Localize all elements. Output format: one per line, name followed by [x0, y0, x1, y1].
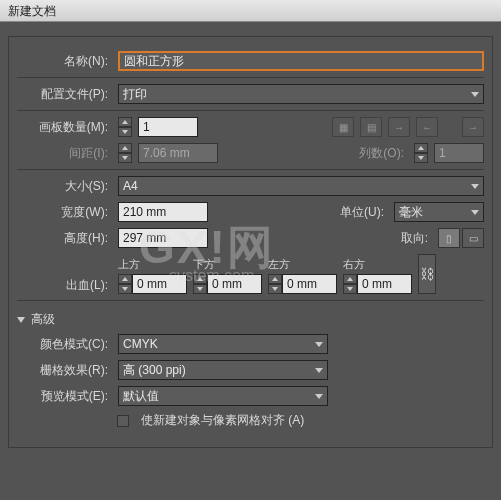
chevron-down-icon [315, 368, 323, 373]
spacing-input [138, 143, 218, 163]
height-input[interactable] [118, 228, 208, 248]
preview-select[interactable]: 默认值 [118, 386, 328, 406]
orientation-group: ▯ ▭ [438, 228, 484, 248]
chevron-down-icon [471, 210, 479, 215]
colormode-select[interactable]: CMYK [118, 334, 328, 354]
bleed-left-label: 左方 [268, 257, 290, 272]
width-input[interactable] [118, 202, 208, 222]
artboards-input[interactable] [138, 117, 198, 137]
bleed-right-input[interactable] [357, 274, 412, 294]
divider [17, 300, 484, 301]
window-title: 新建文档 [8, 4, 56, 18]
grid-col-icon[interactable]: ▤ [360, 117, 382, 137]
profile-label: 配置文件(P): [17, 86, 112, 103]
spacing-stepper[interactable] [118, 143, 132, 163]
bleed-bottom-stepper[interactable] [193, 274, 207, 294]
unit-label: 单位(U): [340, 204, 388, 221]
profile-select[interactable]: 打印 [118, 84, 484, 104]
bleed-right-stepper[interactable] [343, 274, 357, 294]
size-select[interactable]: A4 [118, 176, 484, 196]
divider [17, 110, 484, 111]
main-fieldset: GX!网 system.com 名称(N): 配置文件(P): 打印 画板数量(… [8, 36, 493, 448]
width-label: 宽度(W): [17, 204, 112, 221]
align-label: 使新建对象与像素网格对齐 (A) [141, 412, 304, 429]
bleed-top-stepper[interactable] [118, 274, 132, 294]
artboards-label: 画板数量(M): [17, 119, 112, 136]
columns-label: 列数(O): [359, 145, 408, 162]
preview-label: 预览模式(E): [17, 388, 112, 405]
arrange-right-icon[interactable]: → [388, 117, 410, 137]
orientation-landscape-icon[interactable]: ▭ [462, 228, 484, 248]
name-label: 名称(N): [17, 53, 112, 70]
name-input[interactable] [118, 51, 484, 71]
bleed-bottom-label: 下方 [193, 257, 215, 272]
bleed-left-stepper[interactable] [268, 274, 282, 294]
columns-stepper[interactable] [414, 143, 428, 163]
preview-value: 默认值 [123, 388, 159, 405]
unit-select[interactable]: 毫米 [394, 202, 484, 222]
bleed-bottom-input[interactable] [207, 274, 262, 294]
artboards-stepper[interactable] [118, 117, 132, 137]
chevron-down-icon [315, 342, 323, 347]
divider [17, 169, 484, 170]
grid-row-icon[interactable]: ▦ [332, 117, 354, 137]
size-value: A4 [123, 179, 138, 193]
link-bleed-icon[interactable]: ⛓ [418, 254, 436, 294]
dialog-body: GX!网 system.com 名称(N): 配置文件(P): 打印 画板数量(… [0, 22, 501, 456]
height-label: 高度(H): [17, 230, 112, 247]
chevron-down-icon [471, 92, 479, 97]
orientation-portrait-icon[interactable]: ▯ [438, 228, 460, 248]
triangle-down-icon [17, 317, 25, 323]
advanced-label: 高级 [31, 311, 55, 328]
chevron-down-icon [471, 184, 479, 189]
window-titlebar: 新建文档 [0, 0, 501, 22]
align-checkbox[interactable] [117, 415, 129, 427]
bleed-left-input[interactable] [282, 274, 337, 294]
raster-label: 栅格效果(R): [17, 362, 112, 379]
arrange-rtl-icon[interactable]: → [462, 117, 484, 137]
orientation-label: 取向: [401, 230, 432, 247]
colormode-label: 颜色模式(C): [17, 336, 112, 353]
chevron-down-icon [315, 394, 323, 399]
profile-value: 打印 [123, 86, 147, 103]
bleed-right-label: 右方 [343, 257, 365, 272]
bleed-top-input[interactable] [132, 274, 187, 294]
advanced-header[interactable]: 高级 [17, 311, 484, 328]
bleed-group: 上方 下方 左方 右方 [118, 254, 436, 294]
columns-input [434, 143, 484, 163]
colormode-value: CMYK [123, 337, 158, 351]
divider [17, 77, 484, 78]
arrange-left-icon[interactable]: ← [416, 117, 438, 137]
size-label: 大小(S): [17, 178, 112, 195]
unit-value: 毫米 [399, 204, 423, 221]
spacing-label: 间距(I): [17, 145, 112, 162]
bleed-top-label: 上方 [118, 257, 140, 272]
raster-value: 高 (300 ppi) [123, 362, 186, 379]
raster-select[interactable]: 高 (300 ppi) [118, 360, 328, 380]
bleed-label: 出血(L): [17, 277, 112, 294]
